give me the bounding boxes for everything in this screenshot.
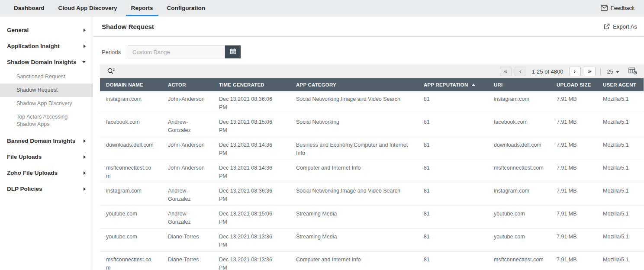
cell-category: Business and Economy,Computer and Intern… [290,137,418,160]
chevron-right-icon [84,139,86,143]
cell-time: Dec 13,2021 08:14:36 PM [213,137,290,160]
page-header: Shadow Request Export As [93,16,644,37]
cell-category: Streaming Media [290,229,418,252]
cell-domain: msftconnecttest.com [100,160,162,183]
nav-tab-dashboard[interactable]: Dashboard [9,0,50,16]
sidebar-item-top-actors-accessing-shadow-apps[interactable]: Top Actors Accessing Shadow Apps [0,110,93,131]
prev-page-button[interactable]: ‹ [515,67,526,76]
search-icon [107,68,115,76]
sidebar: GeneralApplication InsightShadow Domain … [0,16,93,270]
feedback-button[interactable]: Feedback [598,0,637,16]
calendar-button[interactable] [225,45,241,58]
cell-uri: facebook.com [488,114,551,137]
sidebar-item-file-uploads[interactable]: File Uploads [0,149,93,165]
nav-tab-reports[interactable]: Reports [126,0,158,16]
table-row: msftconnecttest.comDiane-TorresDec 13,20… [100,252,644,270]
cell-domain: instagram.com [100,91,162,114]
cell-domain: youtube.com [100,206,162,229]
cell-agent: Mozilla/5.1 [597,252,644,270]
next-page-button[interactable]: › [569,67,581,76]
sort-ascending-icon [472,84,475,86]
table-row: msftconnecttest.comJohn-AndersonDec 13,2… [100,160,644,183]
column-header-user-agent[interactable]: USER AGENT [597,78,644,91]
chevron-right-icon [84,29,86,32]
column-header-upload-size[interactable]: UPLOAD SIZE [551,78,597,91]
table-row: downloads.dell.comJohn-AndersonDec 13,20… [100,137,644,160]
cell-upload: 7.91 MB [551,160,597,183]
column-header-app-reputation[interactable]: APP REPUTATION [418,78,488,91]
cell-actor: John-Anderson [162,91,213,114]
cell-uri: youtube.com [488,229,551,252]
cell-time: Dec 13,2021 08:36:06 PM [213,91,290,114]
top-navigation: DashboardCloud App DiscoveryReportsConfi… [0,0,644,16]
cell-domain: downloads.dell.com [100,137,162,160]
table-row: facebook.comAndrew-GonzalezDec 13,2021 0… [100,114,644,137]
chevron-down-icon [82,61,86,63]
sidebar-item-banned-domain-insights[interactable]: Banned Domain Insights [0,133,93,149]
cell-agent: Mozilla/5.1 [597,206,644,229]
cell-reputation: 81 [418,114,488,137]
cell-time: Dec 13,2021 08:13:36 PM [213,229,290,252]
sidebar-item-shadow-app-discovery[interactable]: Shadow App Discovery [0,97,93,110]
cell-actor: Andrew-Gonzalez [162,206,213,229]
table-row: youtube.comAndrew-GonzalezDec 13,2021 08… [100,206,644,229]
cell-actor: Diane-Torres [162,229,213,252]
sidebar-item-shadow-request[interactable]: Shadow Request [0,84,93,97]
cell-upload: 7.91 MB [551,114,597,137]
sidebar-item-zoho-file-uploads[interactable]: Zoho File Uploads [0,165,93,181]
chevron-down-icon [616,71,619,73]
column-header-app-category[interactable]: APP CATEGORY [290,78,418,91]
column-header-label: DOMAIN NAME [106,82,143,87]
cell-time: Dec 13,2021 08:15:06 PM [213,206,290,229]
periods-row: Periods [102,45,644,59]
sidebar-item-general[interactable]: General [0,22,93,38]
page-size-value: 25 [607,68,613,75]
sidebar-item-application-insight[interactable]: Application Insight [0,38,93,54]
cell-time: Dec 13,2021 08:14:36 PM [213,160,290,183]
cell-category: Computer and Internet Info [290,252,418,270]
cell-upload: 7.91 MB [551,206,597,229]
feedback-label: Feedback [611,5,634,11]
column-header-actor[interactable]: ACTOR [162,78,213,91]
column-header-label: USER AGENT [603,82,636,87]
column-header-time-generated[interactable]: TIME GENERATED [213,78,290,91]
nav-tab-configuration[interactable]: Configuration [162,0,210,16]
nav-tab-cloud-app-discovery[interactable]: Cloud App Discovery [53,0,122,16]
export-icon [603,23,610,30]
nav-tabs: DashboardCloud App DiscoveryReportsConfi… [7,0,212,16]
cell-domain: instagram.com [100,183,162,206]
column-chooser-button[interactable] [628,66,638,77]
export-label: Export As [613,23,637,30]
sidebar-item-label: File Uploads [7,154,42,160]
column-header-label: APP CATEGORY [296,82,336,87]
first-page-button[interactable]: « [500,67,512,76]
column-header-uri[interactable]: URI [488,78,551,91]
page-size-dropdown[interactable]: 25 [605,68,621,75]
sidebar-item-label: General [7,27,29,33]
sidebar-item-sanctioned-request[interactable]: Sanctioned Request [0,70,93,84]
cell-upload: 7.91 MB [551,137,597,160]
cell-uri: msftconnecttest.com [488,252,551,270]
chevron-right-icon [84,171,86,175]
column-header-label: URI [494,82,502,87]
main-content: Shadow Request Export As Periods [93,16,644,270]
sidebar-item-shadow-domain-insights[interactable]: Shadow Domain Insights [0,54,93,70]
sidebar-item-dlp-policies[interactable]: DLP Policies [0,181,93,197]
cell-agent: Mozilla/5.1 [597,114,644,137]
cell-time: Dec 13,2021 08:13:36 PM [213,252,290,270]
cell-category: Social Networking,Image and Video Search [290,183,418,206]
cell-uri: youtube.com [488,206,551,229]
cell-agent: Mozilla/5.1 [597,160,644,183]
cell-agent: Mozilla/5.1 [597,91,644,114]
pagination: « ‹ 1-25 of 4800 › » 25 [500,66,638,77]
toolbar-divider [600,68,601,75]
column-header-domain-name[interactable]: DOMAIN NAME [100,78,162,91]
column-header-label: ACTOR [168,82,186,87]
export-as-button[interactable]: Export As [603,23,637,30]
shadow-request-table: DOMAIN NAMEACTORTIME GENERATEDAPP CATEGO… [100,78,644,270]
cell-upload: 7.91 MB [551,229,597,252]
last-page-button[interactable]: » [584,67,596,76]
cell-upload: 7.91 MB [551,252,597,270]
search-button[interactable] [106,67,116,77]
period-range-input[interactable] [128,45,225,58]
